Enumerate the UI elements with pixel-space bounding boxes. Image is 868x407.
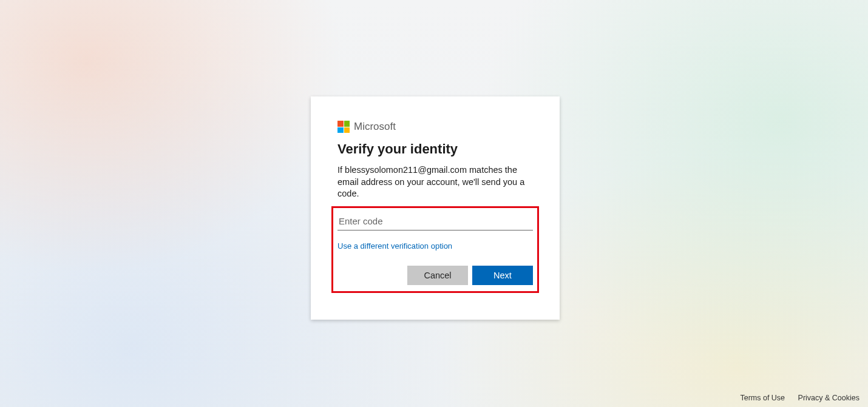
terms-of-use-link[interactable]: Terms of Use (740, 394, 785, 402)
instruction-text: If blessysolomon211@gmail.com matches th… (337, 164, 533, 200)
privacy-cookies-link[interactable]: Privacy & Cookies (798, 394, 860, 402)
page-title: Verify your identity (337, 141, 533, 157)
cancel-button[interactable]: Cancel (407, 266, 468, 285)
sign-in-card: Microsoft Verify your identity If blessy… (311, 96, 560, 320)
microsoft-logo-icon (337, 121, 350, 133)
highlighted-action-area: Use a different verification option Canc… (331, 206, 539, 293)
footer-links: Terms of Use Privacy & Cookies (740, 394, 860, 402)
brand-name: Microsoft (354, 121, 396, 133)
button-row: Cancel Next (337, 266, 533, 285)
next-button[interactable]: Next (472, 266, 533, 285)
brand-row: Microsoft (337, 121, 533, 133)
verification-code-input[interactable] (337, 212, 533, 230)
use-different-verification-link[interactable]: Use a different verification option (337, 241, 452, 251)
